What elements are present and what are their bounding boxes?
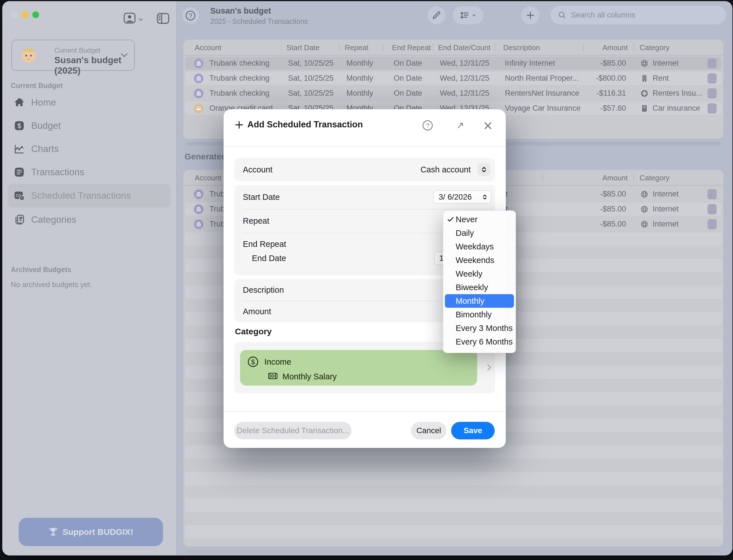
menu-item-biweekly[interactable]: Biweekly: [443, 281, 516, 294]
menu-item-label: Monthly: [456, 296, 484, 305]
end-repeat-cell: On Date: [394, 57, 422, 70]
menu-item-weekends[interactable]: Weekends: [443, 253, 516, 267]
row-checkbox[interactable]: [708, 189, 717, 199]
start-date-cell: Sat, 10/25/25: [288, 87, 334, 100]
end-date-cell: Wed, 12/31/25: [440, 87, 489, 100]
menu-item-monthly[interactable]: Monthly: [445, 294, 514, 308]
column-header-repeat[interactable]: Repeat: [345, 40, 368, 55]
row-checkbox[interactable]: [708, 88, 717, 99]
column-header-end-repeat[interactable]: End Repeat: [392, 40, 431, 55]
sidebar-item-label: Categories: [31, 214, 76, 225]
scheduled-transactions-icon: [14, 190, 25, 201]
start-date-input[interactable]: 3/ 6/2026: [433, 190, 491, 204]
column-header-amount[interactable]: Amount: [602, 40, 628, 55]
menu-item-label: Daily: [456, 228, 474, 238]
category-cell: Rent: [653, 72, 669, 85]
description-cell: Infinity Internet: [505, 57, 555, 70]
menu-item-never[interactable]: Never: [443, 213, 516, 226]
sidebar-item-scheduled-transactions[interactable]: Scheduled Transactions: [8, 184, 170, 208]
page-title: Susan's budget: [210, 6, 271, 16]
building-icon: [640, 74, 649, 83]
sidebar-item-budget[interactable]: Budget: [8, 116, 170, 136]
menu-item-weekly[interactable]: Weekly: [443, 267, 516, 281]
sidebar-item-label: Home: [31, 97, 56, 108]
sidebar-item-home[interactable]: Home: [8, 93, 170, 112]
end-date-label: End Date: [252, 254, 286, 263]
menu-item-daily[interactable]: Daily: [443, 226, 516, 240]
account-cell: Trubank checking: [210, 72, 270, 85]
save-button[interactable]: Save: [451, 422, 495, 439]
category-cell: Internet: [653, 217, 679, 231]
close-icon[interactable]: [482, 120, 493, 131]
menu-item-weekdays[interactable]: Weekdays: [443, 240, 516, 253]
row-checkbox[interactable]: [708, 204, 717, 214]
credit-card-icon: [194, 104, 204, 113]
sort-options-button[interactable]: [453, 6, 483, 24]
account-field-row: Account Cash account: [234, 158, 495, 181]
search-icon: [558, 11, 566, 19]
chevron-right-icon: [484, 363, 493, 372]
category-cell: Internet: [653, 57, 679, 70]
column-header-end-date-count[interactable]: End Date/Count: [438, 40, 490, 55]
row-checkbox[interactable]: [708, 73, 717, 84]
row-checkbox[interactable]: [708, 219, 717, 229]
category-item-label: Monthly Salary: [283, 372, 337, 381]
table-row[interactable]: Trubank checking Sat, 10/25/25 Monthly O…: [185, 57, 722, 70]
column-header-start-date[interactable]: Start Date: [287, 40, 320, 55]
end-repeat-cell: On Date: [394, 87, 422, 100]
sidebar-item-charts[interactable]: Charts: [8, 139, 170, 159]
transactions-icon: [14, 166, 25, 178]
traffic-light-zoom-button[interactable]: [32, 11, 39, 18]
income-icon: [247, 356, 259, 368]
traffic-light-close-button[interactable]: [11, 11, 18, 18]
end-repeat-cell: On Date: [394, 72, 422, 85]
sidebar-item-label: Transactions: [31, 167, 84, 178]
row-checkbox[interactable]: [708, 103, 717, 114]
description-cell: RentersNet Insurance: [505, 87, 579, 100]
cancel-button[interactable]: Cancel: [411, 422, 446, 439]
amount-cell: -$116.31: [596, 87, 626, 100]
support-budgix-button[interactable]: Support BUDGIX!: [19, 518, 163, 546]
amount-cell: -$85.00: [600, 217, 626, 231]
row-checkbox[interactable]: [708, 58, 717, 69]
charts-icon: [14, 143, 25, 155]
repeat-label: Repeat: [243, 216, 270, 226]
account-cell: Trubank checking: [210, 57, 270, 70]
sidebar-item-transactions[interactable]: Transactions: [8, 162, 170, 182]
help-button[interactable]: [182, 7, 199, 24]
sidebar-toggle-button[interactable]: [156, 12, 170, 24]
sidebar-item-categories[interactable]: Categories: [8, 210, 170, 230]
current-budget-selector[interactable]: Current Budget Susan's budget (2025): [11, 40, 135, 71]
account-select-stepper[interactable]: [477, 163, 490, 176]
table-row[interactable]: Trubank checking Sat, 10/25/25 Monthly O…: [185, 87, 722, 100]
delete-scheduled-transaction-button[interactable]: Delete Scheduled Transaction...: [234, 422, 352, 439]
search-input[interactable]: [570, 6, 717, 24]
menu-item-every-6-months[interactable]: Every 6 Months: [443, 335, 516, 349]
column-header-category[interactable]: Category: [640, 40, 670, 55]
column-header-amount[interactable]: Amount: [602, 170, 628, 186]
horizontal-scrollbar[interactable]: [187, 550, 721, 553]
column-header-account[interactable]: Account: [195, 40, 221, 55]
menu-item-every-3-months[interactable]: Every 3 Months: [443, 321, 516, 335]
menu-item-label: Weekly: [456, 269, 482, 278]
column-header-description[interactable]: Description: [503, 40, 540, 55]
search-field: [550, 6, 726, 24]
selected-category-pill[interactable]: Income Monthly Salary: [240, 350, 477, 386]
end-date-cell: Wed, 12/31/25: [440, 72, 489, 85]
column-header-category[interactable]: Category: [640, 170, 670, 186]
repeat-cell: Monthly: [347, 87, 373, 100]
category-header: Category: [235, 327, 272, 336]
edit-button[interactable]: [427, 6, 445, 24]
menu-item-bimonthly[interactable]: Bimonthly: [443, 308, 516, 321]
traffic-light-minimize-button[interactable]: [22, 11, 28, 18]
table-row[interactable]: Trubank checking Sat, 10/25/25 Monthly O…: [185, 72, 722, 85]
expand-icon[interactable]: [455, 121, 465, 131]
stepper-icon[interactable]: [481, 193, 488, 201]
budget-icon: [14, 120, 25, 131]
help-icon[interactable]: [422, 119, 433, 131]
sidebar-section-label: Current Budget: [11, 82, 63, 90]
account-menu-button[interactable]: [123, 12, 136, 24]
column-header-account[interactable]: Account: [195, 170, 221, 186]
archived-budgets-label: Archived Budgets: [11, 266, 71, 274]
add-scheduled-transaction-button[interactable]: [521, 6, 539, 24]
